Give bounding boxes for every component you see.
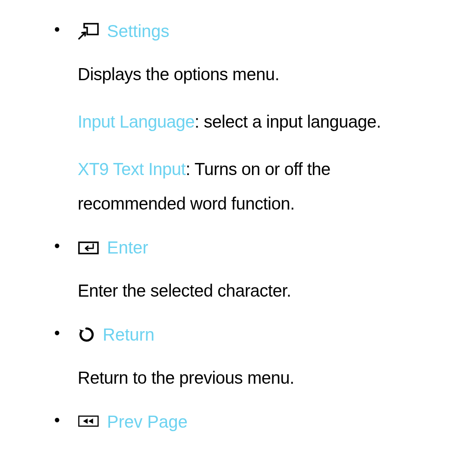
sub-text: : select a input language. bbox=[195, 112, 381, 131]
settings-popout-icon bbox=[78, 22, 99, 40]
instruction-list: Settings Displays the options menu. Inpu… bbox=[30, 17, 436, 435]
return-undo-icon bbox=[78, 326, 95, 343]
prev-page-rewind-icon bbox=[78, 413, 99, 430]
highlight-term: XT9 Text Input bbox=[78, 160, 186, 178]
highlight-term: Input Language bbox=[78, 112, 195, 131]
item-description: Displays the options menu. bbox=[78, 57, 436, 91]
enter-key-icon bbox=[78, 239, 99, 256]
list-item: Prev Page bbox=[30, 408, 436, 435]
item-label: Settings bbox=[107, 17, 170, 45]
list-item: Return Return to the previous menu. bbox=[30, 321, 436, 395]
item-description: Enter the selected character. bbox=[78, 273, 436, 308]
item-label: Prev Page bbox=[107, 408, 188, 435]
item-label: Return bbox=[103, 321, 154, 348]
item-description: Return to the previous menu. bbox=[78, 360, 436, 395]
item-subdescription: XT9 Text Input: Turns on or off the reco… bbox=[78, 152, 436, 221]
list-item: Settings Displays the options menu. Inpu… bbox=[30, 17, 436, 221]
item-subdescription: Input Language: select a input language. bbox=[78, 104, 436, 139]
item-label: Enter bbox=[107, 234, 148, 261]
list-item: Enter Enter the selected character. bbox=[30, 234, 436, 308]
